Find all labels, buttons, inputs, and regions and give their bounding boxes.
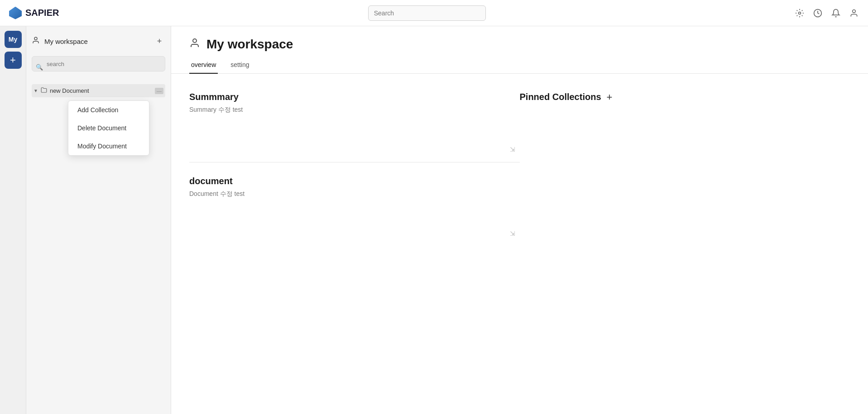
svg-point-4 <box>193 39 197 43</box>
sidebar-workspace-person-icon <box>32 36 40 47</box>
content-area: Summmary Summary 수정 test ⇲ document Docu… <box>171 87 868 237</box>
history-icon[interactable] <box>813 8 823 18</box>
context-menu: Add Collection Delete Document Modify Do… <box>68 100 149 156</box>
add-workspace-button[interactable]: + <box>5 52 22 69</box>
sidebar-search-wrapper: 🔍 <box>32 56 165 78</box>
document-subtitle: Document 수정 test <box>189 190 520 198</box>
summary-resize-area: ⇲ <box>189 146 520 153</box>
pinned-add-button[interactable]: + <box>607 92 613 102</box>
header-icons-group <box>795 8 859 18</box>
document-resize-icon: ⇲ <box>510 230 515 237</box>
sidebar-search-input[interactable] <box>32 56 165 71</box>
document-menu-button[interactable]: — <box>155 88 163 94</box>
pinned-header: Pinned Collections + <box>520 92 850 102</box>
document-section: document Document 수정 test <box>189 171 520 212</box>
right-column: Pinned Collections + <box>520 87 850 237</box>
sidebar-search-icon: 🔍 <box>36 64 43 71</box>
app-logo: SAPIER <box>9 7 59 19</box>
sidebar-document-item[interactable]: ▼ new Document — Add Collection Delete D… <box>32 84 165 97</box>
main-sidebar: My workspace + 🔍 ▼ new Document — Add Co… <box>26 26 171 414</box>
svg-point-0 <box>799 12 801 14</box>
sidebar-workspace-header: My workspace + <box>32 33 165 49</box>
resize-icon: ⇲ <box>510 146 515 153</box>
pinned-section: Pinned Collections + <box>520 87 850 119</box>
tab-bar: overview setting <box>171 52 868 74</box>
top-header: SAPIER <box>0 0 868 26</box>
document-title: document <box>189 176 520 186</box>
svg-point-2 <box>853 10 856 13</box>
tab-overview[interactable]: overview <box>189 57 218 74</box>
document-resize-area: ⇲ <box>189 230 520 237</box>
workspace-page-header: My workspace <box>171 26 868 52</box>
svg-point-3 <box>34 37 37 40</box>
logo-icon <box>9 7 22 19</box>
sidebar-strip: My + <box>0 26 26 414</box>
left-column: Summmary Summary 수정 test ⇲ document Docu… <box>189 87 520 237</box>
pinned-title: Pinned Collections <box>520 92 601 102</box>
chevron-down-icon: ▼ <box>34 88 38 93</box>
main-content: My workspace overview setting Summmary S… <box>171 26 868 414</box>
workspace-avatar[interactable]: My <box>5 31 22 48</box>
section-divider <box>189 162 520 162</box>
context-menu-add-collection[interactable]: Add Collection <box>68 101 149 119</box>
content-grid: Summmary Summary 수정 test ⇲ document Docu… <box>189 87 850 237</box>
settings-icon[interactable] <box>795 8 805 18</box>
sidebar-workspace-name: My workspace <box>44 38 149 45</box>
context-menu-modify-document[interactable]: Modify Document <box>68 137 149 155</box>
tab-setting[interactable]: setting <box>229 57 251 74</box>
workspace-title: My workspace <box>206 37 293 52</box>
app-name: SAPIER <box>25 8 59 18</box>
context-menu-delete-document[interactable]: Delete Document <box>68 119 149 137</box>
summary-section: Summmary Summary 수정 test <box>189 87 520 128</box>
global-search-input[interactable] <box>368 5 486 21</box>
document-name: new Document <box>50 87 152 94</box>
user-icon[interactable] <box>849 8 859 18</box>
summary-subtitle: Summary 수정 test <box>189 106 520 114</box>
workspace-person-icon <box>189 38 200 51</box>
sidebar-add-button[interactable]: + <box>153 35 165 47</box>
notification-icon[interactable] <box>831 8 841 18</box>
folder-icon <box>41 87 47 95</box>
summary-title: Summmary <box>189 92 520 102</box>
